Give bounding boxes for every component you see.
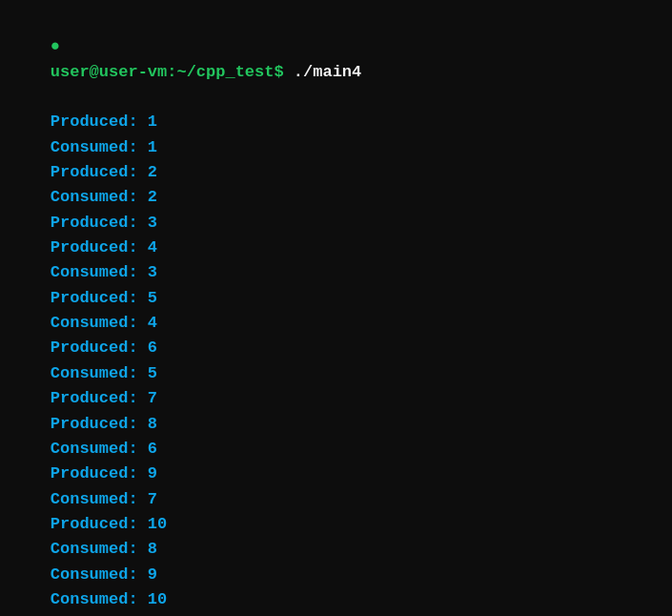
output-line-0: Produced: 1 (11, 110, 661, 134)
output-line-16: Produced: 10 (11, 512, 661, 537)
output-line-3: Consumed: 2 (11, 185, 661, 210)
output-line-2: Produced: 2 (11, 160, 661, 185)
output-line-13: Consumed: 6 (11, 437, 661, 462)
prompt-command: ./main4 (284, 63, 362, 81)
prompt-line: ● user@user-vm:~/cpp_test$ ./main4 (11, 10, 661, 110)
prompt-bullet: ● (51, 37, 70, 55)
output-line-7: Produced: 5 (11, 286, 661, 311)
output-line-11: Produced: 7 (11, 386, 661, 411)
output-lines: Produced: 1 Consumed: 1 Produced: 2 Cons… (11, 110, 661, 612)
output-line-12: Produced: 8 (11, 412, 661, 437)
output-line-10: Consumed: 5 (11, 361, 661, 386)
output-line-15: Consumed: 7 (11, 487, 661, 512)
prompt-user: user@user-vm:~/cpp_test$ (51, 63, 284, 81)
output-line-4: Produced: 3 (11, 211, 661, 236)
output-line-1: Consumed: 1 (11, 135, 661, 160)
output-line-19: Consumed: 10 (11, 587, 661, 612)
output-line-14: Produced: 9 (11, 462, 661, 486)
output-line-9: Produced: 6 (11, 336, 661, 360)
output-line-5: Produced: 4 (11, 236, 661, 260)
output-line-17: Consumed: 8 (11, 537, 661, 562)
output-line-8: Consumed: 4 (11, 311, 661, 336)
output-line-18: Consumed: 9 (11, 563, 661, 587)
terminal-window: ● user@user-vm:~/cpp_test$ ./main4 Produ… (0, 0, 672, 616)
output-line-6: Consumed: 3 (11, 260, 661, 285)
